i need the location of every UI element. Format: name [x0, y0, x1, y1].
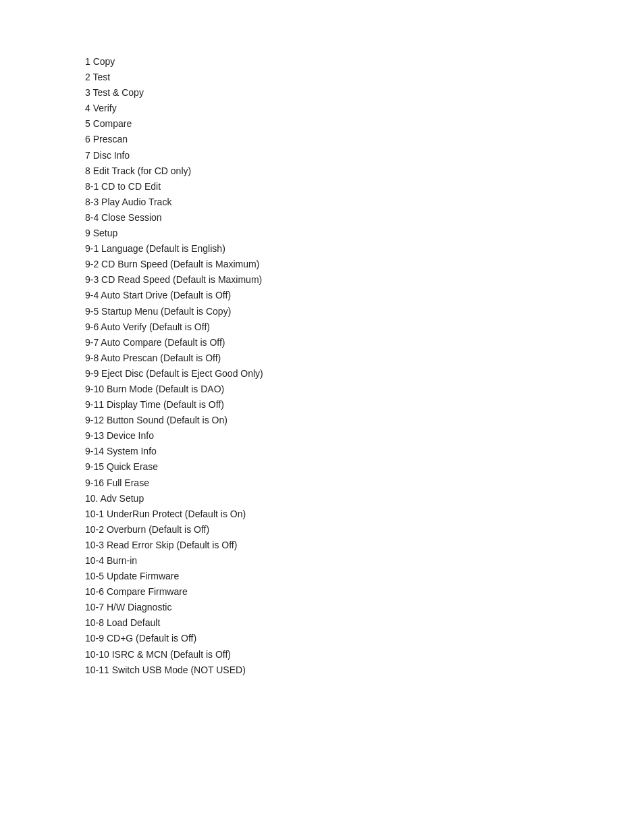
menu-item-8-3: 8-3 Play Audio Track [85, 194, 644, 210]
menu-item-9-10: 9-10 Burn Mode (Default is DAO) [85, 382, 644, 397]
menu-item-8-1: 8-1 CD to CD Edit [85, 179, 644, 194]
menu-item-10-1: 10-1 UnderRun Protect (Default is On) [85, 506, 644, 522]
menu-item-9-16: 9-16 Full Erase [85, 475, 644, 491]
menu-item-5: 5 Compare [85, 116, 644, 132]
menu-item-9-1: 9-1 Language (Default is English) [85, 241, 644, 257]
menu-item-9-11: 9-11 Display Time (Default is Off) [85, 397, 644, 413]
menu-item-10-10: 10-10 ISRC & MCN (Default is Off) [85, 647, 644, 662]
menu-item-1: 1 Copy [85, 54, 644, 70]
menu-item-10-2: 10-2 Overburn (Default is Off) [85, 522, 644, 538]
menu-item-10: 10. Adv Setup [85, 491, 644, 506]
menu-item-2: 2 Test [85, 70, 644, 85]
menu-item-9-4: 9-4 Auto Start Drive (Default is Off) [85, 288, 644, 303]
menu-item-8-4: 8-4 Close Session [85, 210, 644, 226]
menu-item-7: 7 Disc Info [85, 148, 644, 163]
menu-item-3: 3 Test & Copy [85, 85, 644, 101]
menu-item-4: 4 Verify [85, 101, 644, 116]
menu-item-9-2: 9-2 CD Burn Speed (Default is Maximum) [85, 257, 644, 272]
menu-list: 1 Copy2 Test3 Test & Copy4 Verify5 Compa… [0, 0, 644, 678]
menu-item-6: 6 Prescan [85, 132, 644, 147]
menu-item-9-3: 9-3 CD Read Speed (Default is Maximum) [85, 272, 644, 288]
menu-item-10-3: 10-3 Read Error Skip (Default is Off) [85, 538, 644, 553]
menu-item-9-14: 9-14 System Info [85, 444, 644, 459]
menu-item-10-4: 10-4 Burn-in [85, 553, 644, 569]
menu-item-10-7: 10-7 H/W Diagnostic [85, 600, 644, 615]
menu-item-9-13: 9-13 Device Info [85, 428, 644, 444]
menu-item-10-6: 10-6 Compare Firmware [85, 584, 644, 600]
menu-item-9-9: 9-9 Eject Disc (Default is Eject Good On… [85, 366, 644, 382]
menu-item-10-5: 10-5 Update Firmware [85, 569, 644, 584]
menu-item-9-12: 9-12 Button Sound (Default is On) [85, 413, 644, 428]
menu-item-9-7: 9-7 Auto Compare (Default is Off) [85, 335, 644, 350]
menu-item-9: 9 Setup [85, 226, 644, 241]
menu-item-9-8: 9-8 Auto Prescan (Default is Off) [85, 350, 644, 366]
menu-item-10-9: 10-9 CD+G (Default is Off) [85, 631, 644, 646]
menu-item-9-5: 9-5 Startup Menu (Default is Copy) [85, 304, 644, 319]
menu-item-9-6: 9-6 Auto Verify (Default is Off) [85, 319, 644, 335]
menu-item-10-8: 10-8 Load Default [85, 615, 644, 631]
menu-item-9-15: 9-15 Quick Erase [85, 459, 644, 475]
menu-item-8: 8 Edit Track (for CD only) [85, 163, 644, 179]
menu-item-10-11: 10-11 Switch USB Mode (NOT USED) [85, 662, 644, 678]
